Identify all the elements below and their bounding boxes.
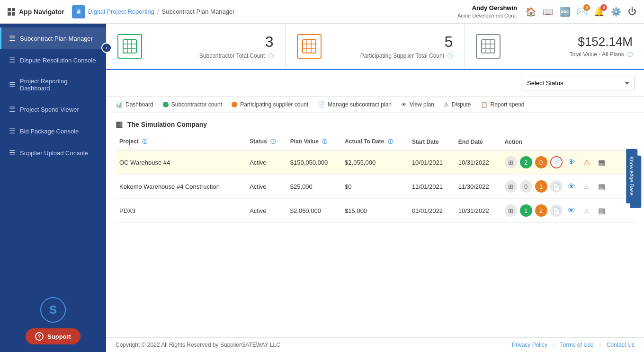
grid-icon-0[interactable]: ▦	[596, 156, 608, 168]
dispute-icon-2[interactable]: ⚠	[581, 204, 593, 217]
badge-green-0[interactable]: 2	[520, 156, 532, 168]
footer-contact-us[interactable]: Contact Us	[607, 342, 635, 348]
status-select[interactable]: Select Status Active Inactive Pending Co…	[521, 76, 635, 90]
badge-orange-0[interactable]: 0	[535, 156, 547, 168]
toolbar-dashboard[interactable]: 📊 Dashboard	[116, 101, 153, 108]
action-icons-1: ⊞ 0 1 📄 👁 ⚠ ▦	[505, 180, 631, 193]
user-company: Acme Development Corp.	[457, 12, 517, 19]
view-icon-0[interactable]: 👁	[565, 156, 578, 168]
footer-privacy-policy[interactable]: Privacy Policy	[512, 342, 547, 348]
col-actual-info[interactable]: ⓘ	[388, 139, 393, 144]
footer-sep-2: |	[599, 342, 601, 348]
dispute-icon-1[interactable]: ⚠	[581, 180, 593, 193]
svg-rect-5	[303, 40, 316, 53]
grid-icon-1[interactable]: ▦	[596, 180, 608, 193]
menu-icon-1: ☰	[9, 56, 15, 64]
book-icon[interactable]: 📖	[543, 7, 553, 17]
toolbar-dispute[interactable]: ⚠ Dispute	[444, 101, 471, 108]
sidebar-bottom: S ? Support	[0, 290, 106, 352]
app-navigator-button[interactable]: App Navigator	[8, 8, 64, 16]
company-name: The Simulation Company	[127, 121, 207, 128]
sidebar-item-project-spend-viewer[interactable]: ☰ Project Spend Viewer	[0, 98, 106, 120]
manage-icon-1[interactable]: ⊞	[505, 180, 517, 193]
table-row: PDX3 Active $2,060,000 $15,000 01/01/202…	[116, 199, 635, 223]
info-icon-2[interactable]: ⓘ	[627, 52, 633, 57]
sidebar-item-supplier-upload-console[interactable]: ☰ Supplier Upload Console	[0, 142, 106, 164]
menu-icon-0: ☰	[9, 34, 15, 43]
breadcrumb-current: Subcontract Plan Manager	[162, 8, 235, 15]
footer-terms-of-use[interactable]: Terms of Use	[560, 342, 594, 348]
manage-icon-0[interactable]: ⊞	[505, 156, 517, 168]
user-name: Andy Gershwin	[457, 4, 517, 12]
dispute-icon-0[interactable]: ⚠	[581, 156, 593, 168]
report-icon-1[interactable]: 📄	[550, 180, 563, 193]
report-icon-2[interactable]: 📄	[550, 204, 563, 217]
sidebar-item-dispute-resolution-console[interactable]: ☰ Dispute Resolution Console	[0, 49, 106, 71]
orange-dot-icon	[232, 102, 237, 107]
view-icon-1[interactable]: 👁	[565, 180, 578, 193]
home-icon[interactable]: 🏠	[526, 7, 536, 17]
cell-end-0: 10/31/2022	[455, 150, 501, 175]
toolbar-view-plan[interactable]: 👁 View plan	[401, 101, 434, 108]
cell-plan-value-0: $150,050,000	[286, 150, 341, 175]
cell-status-1: Active	[246, 175, 286, 199]
info-icon-1[interactable]: ⓘ	[447, 53, 453, 59]
sidebar-item-project-reporting-dashboard[interactable]: ☰ Project Reporting Dashboard	[0, 71, 106, 98]
sidebar-label-1: Dispute Resolution Console	[20, 57, 96, 64]
col-action: Action	[501, 133, 635, 150]
view-icon-2[interactable]: 👁	[565, 204, 578, 217]
stat-card-2: $152.14M Total Value - All Plans ⓘ	[465, 24, 644, 69]
company-header: ▦ The Simulation Company	[116, 113, 635, 133]
sidebar-item-subcontract-plan-manager[interactable]: ☰ Subcontract Plan Manager	[0, 27, 106, 49]
report-icon-0[interactable]: 📄	[550, 156, 563, 168]
toolbar-report-spend[interactable]: 📋 Report spend	[481, 101, 525, 108]
col-plan-value: Plan Value ⓘ	[286, 133, 341, 150]
badge-gray-1[interactable]: 0	[520, 180, 532, 193]
header-right: Andy Gershwin Acme Development Corp. 🏠 📖…	[457, 4, 636, 19]
cell-project-2: PDX3	[116, 199, 246, 223]
stat-label-0: Subcontractor Total Count ⓘ	[152, 53, 274, 60]
action-icons-0: ⊞ 2 0 📄 👁 ⚠ ▦	[505, 156, 631, 168]
stat-label-2: Total Value - All Plans ⓘ	[510, 51, 633, 58]
sidebar-label-0: Subcontract Plan Manager	[20, 35, 93, 42]
power-icon[interactable]: ⏻	[628, 7, 636, 17]
toolbar-participating-supplier-count[interactable]: Participating supplier count	[232, 101, 308, 108]
app-navigator-label: App Navigator	[19, 8, 64, 16]
knowledge-base-side-tab[interactable]: Knowledge Base	[626, 149, 638, 203]
breadcrumb: 🖥 Digital Project Reporting / Subcontrac…	[72, 5, 235, 18]
breadcrumb-separator: /	[157, 8, 159, 15]
cell-end-1: 11/30/2022	[455, 175, 501, 199]
col-plan-value-info[interactable]: ⓘ	[322, 139, 327, 144]
cell-start-2: 01/01/2022	[408, 199, 455, 223]
col-status-info[interactable]: ⓘ	[270, 139, 276, 144]
toolbar-subcontractor-count[interactable]: Subcontractor count	[163, 101, 222, 108]
settings-icon[interactable]: ⚙️	[611, 7, 621, 17]
stat-card-0: 3 Subcontractor Total Count ⓘ	[106, 24, 286, 69]
support-button[interactable]: ? Support	[26, 328, 80, 344]
col-start-date: Start Date	[408, 133, 455, 150]
action-toolbar: 📊 Dashboard Subcontractor count Particip…	[106, 97, 644, 113]
svg-rect-10	[482, 40, 495, 53]
header-icons: 🏠 📖 🔤 ✉️ 0 🔔 0 ⚙️ ⏻	[526, 7, 636, 17]
view-plan-icon: 👁	[401, 101, 407, 108]
green-dot-icon	[163, 102, 169, 107]
badge-orange-2[interactable]: 2	[535, 204, 547, 217]
sidebar-item-bid-package-console[interactable]: ☰ Bid Package Console	[0, 120, 106, 142]
badge-green-2[interactable]: 1	[520, 204, 532, 217]
stat-icon-2	[476, 34, 501, 59]
sidebar-toggle[interactable]: ‹	[101, 43, 112, 53]
breadcrumb-system-link[interactable]: Digital Project Reporting	[88, 8, 154, 15]
toolbar-report-spend-label: Report spend	[491, 101, 525, 108]
manage-icon-2[interactable]: ⊞	[505, 204, 517, 217]
grid-icon-2[interactable]: ▦	[596, 204, 608, 217]
translate-icon[interactable]: 🔤	[560, 7, 570, 17]
email-icon[interactable]: ✉️ 0	[577, 7, 587, 17]
col-project-info[interactable]: ⓘ	[142, 139, 147, 144]
info-icon-0[interactable]: ⓘ	[268, 53, 274, 59]
badge-orange-1[interactable]: 1	[535, 180, 547, 193]
bell-icon[interactable]: 🔔 0	[594, 7, 604, 17]
toolbar-manage-subcontract-plan[interactable]: 📄 Manage subcontract plan	[318, 101, 392, 108]
main-layout: ‹ ☰ Subcontract Plan Manager ☰ Dispute R…	[0, 24, 644, 352]
stat-value-2: $152.14M	[510, 35, 633, 49]
sidebar-label-4: Bid Package Console	[20, 128, 79, 135]
